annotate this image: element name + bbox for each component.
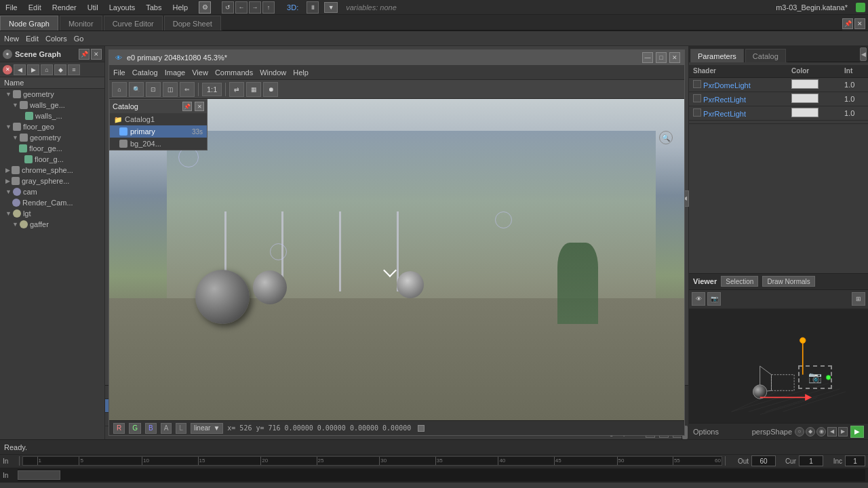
- monitor-tool-mask[interactable]: ◫: [163, 82, 178, 97]
- dropdown-arrow[interactable]: ▼: [324, 2, 338, 13]
- linear-mode-dropdown[interactable]: linear ▼: [191, 423, 223, 434]
- tree-item-walls-ge[interactable]: ▼ walls_ge...: [0, 100, 104, 110]
- monitor-menu-commands[interactable]: Commands: [215, 68, 253, 77]
- monitor-tool-home[interactable]: ⌂: [112, 82, 127, 97]
- right-tab-catalog[interactable]: Catalog: [745, 49, 786, 62]
- channel-l-btn[interactable]: L: [176, 423, 186, 434]
- monitor-menu-window[interactable]: Window: [260, 68, 286, 77]
- monitor-tool-zoom[interactable]: 🔍: [129, 82, 144, 97]
- tree-item-chrome[interactable]: ▶ chrome_sphe...: [0, 165, 104, 176]
- monitor-menu-catalog[interactable]: Catalog: [132, 68, 158, 77]
- menu-layouts[interactable]: Layouts: [106, 3, 138, 12]
- options-icon-2[interactable]: ◆: [806, 427, 815, 436]
- panel-close-icon[interactable]: ✕: [854, 18, 865, 29]
- channel-b-btn[interactable]: B: [145, 423, 157, 434]
- sg-pin-icon[interactable]: 📌: [79, 49, 90, 60]
- menu-file[interactable]: File: [3, 3, 20, 12]
- monitor-close-icon[interactable]: ✕: [669, 52, 680, 63]
- menu-edit[interactable]: Edit: [26, 3, 44, 12]
- tree-item-lgt[interactable]: ▼ lgt: [0, 208, 104, 219]
- tree-item-floor-geo[interactable]: ▼ floor_geo: [0, 121, 104, 132]
- monitor-tool-arrow[interactable]: ⇐: [180, 82, 195, 97]
- monitor-minimize-icon[interactable]: —: [642, 52, 653, 63]
- tree-item-cam[interactable]: ▼ cam: [0, 186, 104, 197]
- sg-bookmark-icon[interactable]: ◆: [54, 64, 66, 75]
- timeline-scrollbar-area[interactable]: [18, 469, 865, 481]
- catalog-item-bg[interactable]: bg_204...: [110, 138, 207, 150]
- shader-check-1[interactable]: [693, 80, 701, 88]
- options-icon-3[interactable]: ◉: [816, 427, 826, 436]
- tl-cur-field[interactable]: [799, 455, 823, 466]
- catalog-item-primary[interactable]: primary 33s: [110, 125, 207, 138]
- options-icon-prev[interactable]: ◀: [827, 427, 837, 436]
- shader-name-2[interactable]: PxrRectLight: [703, 96, 746, 104]
- shader-name-3[interactable]: PxrRectLight: [703, 110, 746, 118]
- menu-render[interactable]: Render: [50, 3, 79, 12]
- scene-graph-collapse[interactable]: ●: [3, 49, 12, 59]
- tree-item-floor-geo4[interactable]: floor_g...: [0, 154, 104, 165]
- tree-item-walls[interactable]: ▶ walls_...: [0, 110, 104, 121]
- sg-close-icon[interactable]: ✕: [91, 49, 102, 60]
- sg-back-icon[interactable]: ◀: [14, 64, 26, 75]
- timeline-track[interactable]: 1 5 10 15 20 25 30 35 40 45 50 55 60: [22, 456, 722, 466]
- reload-icon[interactable]: ↺: [222, 1, 234, 14]
- tree-item-gray[interactable]: ▶ gray_sphere...: [0, 176, 104, 186]
- monitor-tool-grid[interactable]: ▦: [246, 82, 261, 97]
- viewer-selection-btn[interactable]: Selection: [721, 276, 758, 287]
- tree-item-gaffer[interactable]: ▼ gaffer: [0, 219, 104, 230]
- catalog-item-catalog1[interactable]: 📁 Catalog1: [110, 113, 207, 125]
- monitor-tool-flip[interactable]: ⇄: [229, 82, 244, 97]
- monitor-maximize-icon[interactable]: □: [656, 52, 667, 63]
- tree-item-floor-geo2[interactable]: ▼ geometry: [0, 132, 104, 143]
- tab-monitor[interactable]: Monitor: [60, 16, 102, 30]
- menu-util[interactable]: Util: [85, 3, 101, 12]
- color-swatch-1[interactable]: [791, 79, 818, 89]
- edit-bar-colors[interactable]: Colors: [45, 35, 67, 43]
- gear-button[interactable]: ⚙: [199, 1, 211, 14]
- panel-pin-icon[interactable]: 📌: [842, 18, 853, 29]
- monitor-menu-file[interactable]: File: [113, 68, 125, 77]
- options-icon-1[interactable]: ○: [795, 427, 804, 436]
- catalog-close-icon[interactable]: ✕: [195, 102, 204, 111]
- tab-node-graph[interactable]: Node Graph: [0, 16, 58, 30]
- monitor-ratio-btn[interactable]: 1:1: [202, 83, 222, 96]
- shader-check-2[interactable]: [693, 94, 701, 102]
- channel-g-btn[interactable]: G: [129, 423, 141, 434]
- sg-error-icon[interactable]: ✕: [3, 65, 12, 75]
- tree-item-floor-geo3[interactable]: floor_ge...: [0, 143, 104, 154]
- viewer-tool-1[interactable]: 👁: [692, 292, 705, 306]
- monitor-tool-crop[interactable]: ⊡: [146, 82, 161, 97]
- viewer-draw-normals-btn[interactable]: Draw Normals: [762, 276, 814, 287]
- color-swatch-3[interactable]: [791, 108, 818, 117]
- play-btn[interactable]: ▶: [850, 426, 864, 438]
- monitor-tool-record[interactable]: ⏺: [263, 82, 278, 97]
- channel-r-btn[interactable]: R: [113, 423, 125, 434]
- right-panel-collapse-btn[interactable]: ◀: [860, 47, 867, 61]
- zoom-corner-icon[interactable]: 🔍: [659, 131, 673, 144]
- edit-bar-go[interactable]: Go: [74, 35, 84, 43]
- edit-bar-edit[interactable]: Edit: [26, 35, 39, 43]
- tab-dope-sheet[interactable]: Dope Sheet: [164, 16, 221, 30]
- catalog-pin-icon[interactable]: 📌: [182, 102, 192, 111]
- tl-inc-field[interactable]: [845, 455, 865, 466]
- tl-out-field[interactable]: [751, 455, 776, 466]
- sg-forward-icon[interactable]: ▶: [27, 64, 39, 75]
- monitor-menu-image[interactable]: Image: [165, 68, 186, 77]
- menu-tabs[interactable]: Tabs: [143, 3, 164, 12]
- viewer-tool-expand[interactable]: ⊞: [852, 292, 865, 306]
- viewer-canvas[interactable]: 📷: [689, 309, 868, 423]
- monitor-menu-help[interactable]: Help: [293, 68, 309, 77]
- channel-a-btn[interactable]: A: [161, 423, 172, 434]
- shader-check-3[interactable]: [693, 108, 701, 117]
- viewer-tool-2[interactable]: 📷: [707, 292, 721, 306]
- sg-home-icon[interactable]: ⌂: [41, 64, 53, 75]
- back-icon[interactable]: ←: [235, 1, 248, 14]
- up-icon[interactable]: ↑: [262, 1, 275, 14]
- sg-list-icon[interactable]: ≡: [68, 64, 80, 75]
- tab-curve-editor[interactable]: Curve Editor: [104, 16, 163, 30]
- timeline-playhead[interactable]: [18, 470, 60, 480]
- edit-bar-new[interactable]: New: [4, 35, 19, 43]
- tree-item-geometry[interactable]: ▼ geometry: [0, 89, 104, 100]
- right-tab-parameters[interactable]: Parameters: [690, 49, 744, 62]
- forward-icon[interactable]: →: [249, 1, 261, 14]
